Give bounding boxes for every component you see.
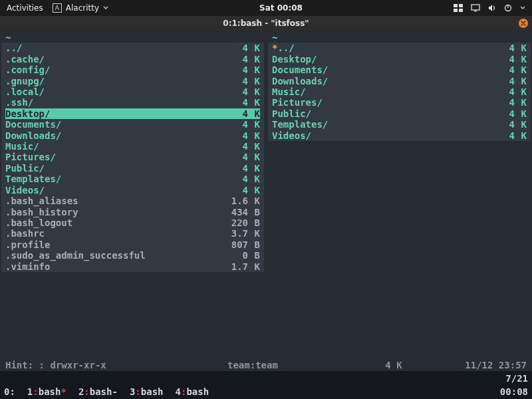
dir-row[interactable]: .local/4K <box>5 86 260 97</box>
dir-row[interactable]: .ssh/4K <box>5 97 260 108</box>
file-size-unit: K <box>248 174 260 184</box>
app-menu-label: Alacritty <box>66 3 99 13</box>
file-size: 4 <box>212 152 248 162</box>
dir-row[interactable]: Downloads/4K <box>272 76 527 86</box>
left-pane[interactable]: ~ ../4K.cache/4K.config/4K.gnupg/4K.loca… <box>1 32 264 358</box>
dir-row[interactable]: Desktop/4K <box>272 54 527 65</box>
file-size: 4 <box>212 163 248 174</box>
desktop-top-bar: Activities A Alacritty Sat 00:08 <box>0 0 532 16</box>
svg-rect-3 <box>459 9 463 12</box>
file-size-unit: B <box>248 207 260 217</box>
file-name: Templates/ <box>272 119 479 130</box>
dir-row[interactable]: Public/4K <box>5 163 260 174</box>
tmux-window[interactable]: 4:bash <box>176 385 209 398</box>
tmux-window[interactable]: 3:bash <box>130 385 164 398</box>
file-size: 4 <box>479 130 515 141</box>
dir-row[interactable]: *../4K <box>272 43 527 53</box>
file-name: .viminfo <box>5 261 212 272</box>
dir-row[interactable]: .cache/4K <box>5 54 260 65</box>
activities-button[interactable]: Activities <box>7 3 43 13</box>
file-size-unit: K <box>248 163 260 174</box>
colon-separator: : <box>84 386 89 397</box>
dir-row[interactable]: .config/4K <box>5 65 260 75</box>
dir-row[interactable]: .gnupg/4K <box>5 76 260 86</box>
file-size-unit: K <box>248 130 260 141</box>
file-row[interactable]: .bashrc3.7K <box>5 228 260 239</box>
file-size-unit: K <box>248 76 260 86</box>
file-row[interactable]: .profile807B <box>5 239 260 250</box>
file-size: 4 <box>212 43 248 53</box>
status-date: 11/12 23:57 <box>447 360 527 370</box>
volume-icon[interactable] <box>488 4 496 12</box>
file-size: 4 <box>479 108 515 119</box>
app-menu[interactable]: A Alacritty <box>53 3 108 13</box>
last-flag-icon: - <box>112 386 117 397</box>
file-size: 4 <box>479 76 515 86</box>
file-name: Downloads/ <box>5 130 212 141</box>
dir-row[interactable]: Music/4K <box>272 86 527 97</box>
file-row[interactable]: .viminfo1.7K <box>5 261 260 272</box>
dir-row[interactable]: Public/4K <box>272 108 527 119</box>
dir-row[interactable]: Pictures/4K <box>272 97 527 108</box>
clock[interactable]: Sat 00:08 <box>108 3 454 13</box>
terminal-area[interactable]: ~ ../4K.cache/4K.config/4K.gnupg/4K.loca… <box>0 31 532 359</box>
workspace-icon[interactable] <box>454 4 463 12</box>
file-row[interactable]: .bash_logout220B <box>5 217 260 228</box>
owner: team:team <box>227 360 340 370</box>
dir-row[interactable]: Downloads/4K <box>5 130 260 141</box>
file-size: 220 <box>212 217 248 228</box>
file-name: Public/ <box>272 108 479 119</box>
file-size: 3.7 <box>212 228 248 239</box>
tmux-status: 7/21 0: 1:bash*2:bash-3:bash4:bash 00:08 <box>0 371 532 399</box>
window-title-bar[interactable]: 0:1:bash - "itsfoss" <box>0 16 532 31</box>
chevron-down-icon <box>103 5 108 11</box>
file-name: .bash_aliases <box>5 196 212 206</box>
file-size-unit: K <box>248 141 260 152</box>
file-size: 807 <box>212 239 248 250</box>
file-size-unit: K <box>248 196 260 206</box>
dir-row[interactable]: Documents/4K <box>272 65 527 75</box>
tmux-window[interactable]: 1:bash* <box>27 385 66 398</box>
file-size-unit: K <box>515 65 527 75</box>
file-size: 4 <box>212 86 248 97</box>
dir-row[interactable]: Pictures/4K <box>5 152 260 162</box>
file-name: Downloads/ <box>272 76 479 86</box>
tmux-win-name: bash <box>39 386 61 397</box>
file-list-left[interactable]: ../4K.cache/4K.config/4K.gnupg/4K.local/… <box>1 43 264 272</box>
dir-row[interactable]: Documents/4K <box>5 119 260 130</box>
file-name: .cache/ <box>5 54 212 65</box>
file-list-right[interactable]: *../4KDesktop/4KDocuments/4KDownloads/4K… <box>268 43 531 141</box>
dir-row[interactable]: Templates/4K <box>5 174 260 184</box>
terminal-app-icon: A <box>53 3 62 13</box>
file-size-unit: K <box>248 119 260 130</box>
dir-row[interactable]: Videos/4K <box>5 185 260 196</box>
dir-row[interactable]: ../4K <box>5 43 260 53</box>
file-size-unit: K <box>248 261 260 272</box>
file-size-unit: B <box>248 250 260 261</box>
dir-row[interactable]: Desktop/4K <box>5 108 260 119</box>
dir-row[interactable]: Templates/4K <box>272 119 527 130</box>
colon-separator: : <box>135 386 140 397</box>
dir-row[interactable]: Videos/4K <box>272 130 527 141</box>
close-button[interactable] <box>519 19 528 28</box>
file-name: Pictures/ <box>272 97 479 108</box>
chevron-down-icon[interactable] <box>520 5 525 11</box>
file-row[interactable]: .bash_aliases1.6K <box>5 196 260 206</box>
file-row[interactable]: .sudo_as_admin_successful0B <box>5 250 260 261</box>
file-name: Music/ <box>5 141 212 152</box>
right-pane[interactable]: ~ *../4KDesktop/4KDocuments/4KDownloads/… <box>268 32 531 358</box>
file-size-unit: B <box>248 217 260 228</box>
svg-rect-0 <box>454 4 458 7</box>
file-size-unit: K <box>515 86 527 97</box>
dir-row[interactable]: Music/4K <box>5 141 260 152</box>
file-size-unit: K <box>515 43 527 53</box>
file-size: 0 <box>212 250 248 261</box>
file-size-unit: K <box>248 185 260 196</box>
file-name: .sudo_as_admin_successful <box>5 250 212 261</box>
power-icon[interactable] <box>504 4 512 12</box>
file-name: Videos/ <box>5 185 212 196</box>
tmux-window[interactable]: 2:bash- <box>78 385 118 398</box>
status-line: Hint: : drwxr-xr-x team:team 4 K 11/12 2… <box>0 359 532 371</box>
screen-icon[interactable] <box>471 4 480 12</box>
file-row[interactable]: .bash_history434B <box>5 207 260 217</box>
